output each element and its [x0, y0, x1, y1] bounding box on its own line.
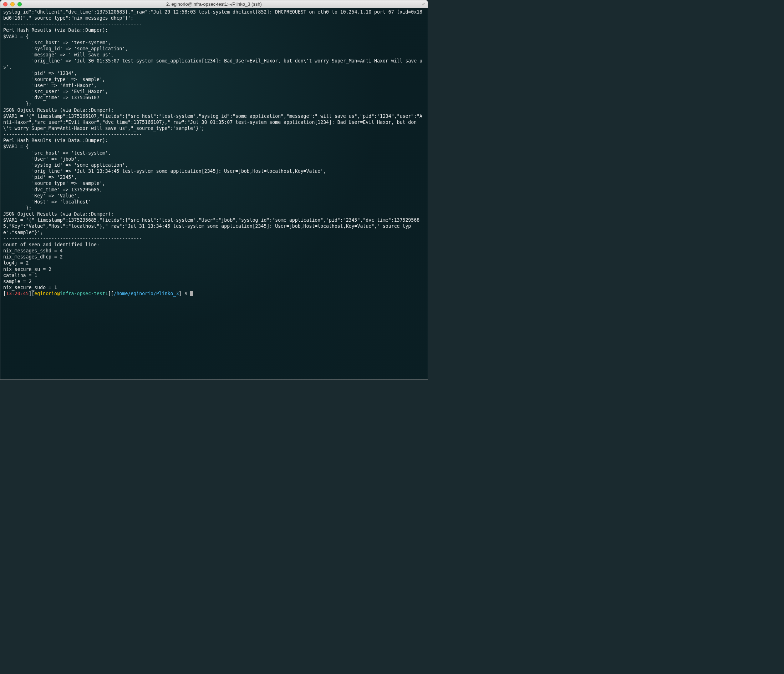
- terminal-line: 'User' => 'jbob',: [3, 156, 425, 162]
- minimize-window-button[interactable]: [10, 2, 15, 6]
- terminal-line: $VAR1 = '{"_timestamp":1375166107,"field…: [3, 113, 425, 131]
- terminal-line: };: [3, 205, 425, 211]
- terminal-line: $VAR1 = {: [3, 34, 425, 40]
- terminal-line: Count of seen and identified line:: [3, 242, 425, 248]
- terminal-line: 'dvc_time' => 1375166107: [3, 95, 425, 101]
- terminal-line: JSON Object Resutls (via Data::Dumper):: [3, 211, 425, 217]
- terminal-window: 2. eginorio@infra-opsec-test1:~/Plinko_3…: [0, 0, 428, 380]
- prompt-host: infra-opsec-test1: [60, 291, 108, 296]
- terminal-line: 'source_type' => 'sample',: [3, 180, 425, 186]
- terminal-line: 'orig_line' => 'Jul 31 13:34:45 test-sys…: [3, 168, 425, 174]
- terminal-line: nix_messages_dhcp = 2: [3, 254, 425, 260]
- terminal-output[interactable]: syslog_id":"dhclient","dvc_time":1375120…: [0, 8, 428, 379]
- prompt-path: /home/eginorio/Plinko_3: [114, 291, 179, 296]
- terminal-line: };: [3, 101, 425, 107]
- fullscreen-icon[interactable]: ⤢: [422, 2, 425, 6]
- prompt-symbol: $: [184, 291, 187, 296]
- terminal-line: 'user' => 'Anti-Haxor',: [3, 83, 425, 89]
- terminal-line: 'dvc_time' => 1375295685,: [3, 187, 425, 193]
- terminal-line: 'Key' => 'Value',: [3, 193, 425, 199]
- terminal-line: ----------------------------------------…: [3, 21, 425, 27]
- terminal-line: Perl Hash Results (via Data::Dumper):: [3, 27, 425, 33]
- terminal-line: 'pid' => '2345',: [3, 174, 425, 180]
- terminal-line: $VAR1 = {: [3, 144, 425, 150]
- terminal-line: $VAR1 = '{"_timestamp":1375295685,"field…: [3, 217, 425, 235]
- terminal-line: JSON Object Resutls (via Data::Dumper):: [3, 107, 425, 113]
- shell-prompt[interactable]: [13:20:45][eginorio@infra-opsec-test1][/…: [3, 290, 425, 296]
- terminal-line: log4j = 2: [3, 260, 425, 266]
- terminal-line: 'src_host' => 'test-system',: [3, 150, 425, 156]
- cursor: [190, 291, 193, 296]
- prompt-user: eginorio: [34, 291, 57, 296]
- window-title: 2. eginorio@infra-opsec-test1:~/Plinko_3…: [3, 2, 425, 7]
- terminal-line: 'Host' => 'localhost': [3, 199, 425, 205]
- zoom-window-button[interactable]: [17, 2, 22, 6]
- close-window-button[interactable]: [3, 2, 8, 6]
- terminal-line: 'syslog_id' => 'some_application',: [3, 46, 425, 52]
- prompt-time: 13:20:45: [6, 291, 29, 296]
- terminal-line: nix_secure_su = 2: [3, 266, 425, 272]
- terminal-line: ----------------------------------------…: [3, 236, 425, 242]
- terminal-line: syslog_id":"dhclient","dvc_time":1375120…: [3, 9, 425, 21]
- terminal-line: sample = 2: [3, 278, 425, 284]
- terminal-line: nix_secure_sudo = 1: [3, 284, 425, 290]
- terminal-line: 'syslog_id' => 'some_application',: [3, 162, 425, 168]
- terminal-line: 'orig_line' => 'Jul 30 01:35:07 test-sys…: [3, 58, 425, 70]
- terminal-line: catalina = 1: [3, 272, 425, 278]
- terminal-line: 'pid' => '1234',: [3, 70, 425, 76]
- terminal-line: 'src_host' => 'test-system',: [3, 40, 425, 46]
- terminal-line: Perl Hash Results (via Data::Dumper):: [3, 137, 425, 144]
- terminal-line: 'src_user' => 'Evil_Haxor',: [3, 89, 425, 95]
- traffic-lights: [3, 2, 22, 6]
- terminal-line: nix_messages_sshd = 4: [3, 248, 425, 254]
- terminal-line: 'message' => ' will save us',: [3, 52, 425, 58]
- window-titlebar[interactable]: 2. eginorio@infra-opsec-test1:~/Plinko_3…: [0, 0, 428, 8]
- terminal-line: 'source_type' => 'sample',: [3, 76, 425, 83]
- terminal-line: ----------------------------------------…: [3, 131, 425, 137]
